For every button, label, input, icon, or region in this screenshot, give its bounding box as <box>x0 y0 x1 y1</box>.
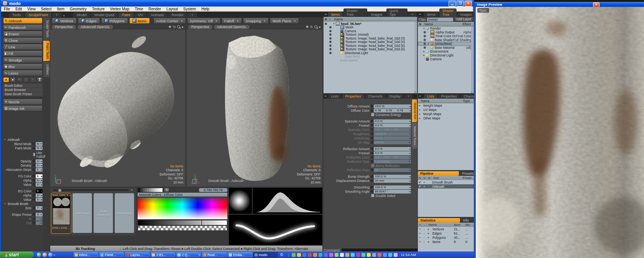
color-value-field[interactable]: 0.780.780.78 <box>199 188 227 192</box>
menu-item[interactable]: Help <box>199 7 212 12</box>
envelope-button[interactable] <box>371 160 373 163</box>
expander-arrow[interactable]: ▸ <box>418 108 422 111</box>
paint-tool-button[interactable]: ╱ Line <box>3 44 43 50</box>
envelope-button[interactable] <box>371 186 373 189</box>
property-field[interactable]: 100.0 % ◂▸ ▾ <box>36 198 43 202</box>
spinner-arrows[interactable]: ◂▸ <box>409 105 411 108</box>
envelope-button[interactable] <box>33 142 35 145</box>
expander-arrow[interactable]: ▸ <box>418 104 422 107</box>
viewport-mode-pill[interactable]: Advanced OpenGL <box>77 25 113 29</box>
pipeline-row[interactable]: ✔ • Airbrush <box>418 184 474 189</box>
system-tray-icon[interactable] <box>383 253 387 257</box>
envelope-button[interactable] <box>371 156 373 159</box>
taskbar-window-button[interactable]: J:\EL... <box>151 252 175 257</box>
image-clip-cell[interactable]: head_bake_fi ... 2048 x 2048, ... <box>51 193 71 233</box>
shader-row[interactable]: Camera <box>418 57 474 61</box>
toolbar-dropdown[interactable]: Falloff▼ <box>222 18 242 24</box>
panel-tab[interactable]: Images <box>457 12 475 17</box>
visibility-eye-icon[interactable] <box>422 38 427 42</box>
toolbar-dropdown[interactable]: Action Center▼ <box>153 18 186 24</box>
taskbar-window-button[interactable]: Emba... <box>228 252 252 257</box>
orbit-icon[interactable]: ↻ <box>173 25 176 29</box>
expander-arrow[interactable]: ▸ <box>426 236 431 239</box>
paint-tool-button[interactable]: ✎ Airbrush <box>3 18 43 24</box>
spinner-arrows[interactable]: ◂▸ <box>41 222 42 224</box>
property-field[interactable]: 100.0 % ◂▸ ▾ <box>36 179 43 182</box>
zoom-icon[interactable] <box>314 25 317 28</box>
property-field[interactable]: 100.0 % ◂▸ ▾ <box>36 194 43 197</box>
menu-item[interactable]: Time <box>132 7 146 12</box>
panel-tab[interactable]: Quick Tips <box>386 8 407 17</box>
property-field[interactable]: 100.0 % ◂▸ ▾ <box>36 159 43 163</box>
expander-arrow[interactable]: ▸ <box>426 240 431 243</box>
toolbar-dropdown[interactable]: Symmetry: Off▼ <box>187 18 220 24</box>
quick-launch-icon[interactable] <box>48 253 53 257</box>
brush-tip-button[interactable]: ✎ <box>16 77 23 83</box>
envelope-button[interactable] <box>371 137 373 139</box>
viewport-menu-arrow[interactable]: ▸ <box>182 25 184 29</box>
envelope-button[interactable] <box>371 105 373 108</box>
visibility-column-icon[interactable] <box>418 22 422 26</box>
image-clip-cell[interactable]: (load sequence) <box>94 193 113 233</box>
property-field[interactable]: 0.0 % ◂▸ ▾ <box>374 119 411 123</box>
spinner-arrows[interactable]: ◂▸ <box>41 217 42 220</box>
restore-button[interactable]: ❐ <box>457 1 464 7</box>
panel-tab[interactable]: Items <box>328 12 343 17</box>
start-button[interactable]: start <box>0 251 34 258</box>
spinner-arrows[interactable]: ◂▸ <box>409 190 411 193</box>
shader-row[interactable]: ▸ (defaultMat) <box>418 42 474 46</box>
visible-dot[interactable]: • <box>422 185 426 188</box>
property-field[interactable]: 0.0 % ◂▸ ▾ <box>374 124 411 127</box>
shader-row[interactable]: ▸ Environment <box>418 50 474 53</box>
item-row[interactable]: (new item) <box>324 55 417 59</box>
visibility-eye-icon[interactable] <box>328 51 332 55</box>
property-field[interactable]: 0.0 0.0 0.0 ◂▸ ▾ <box>36 189 43 193</box>
checkbox[interactable] <box>33 153 35 156</box>
envelope-button[interactable] <box>371 175 373 178</box>
envelope-button[interactable] <box>371 128 373 131</box>
system-tray-icon[interactable] <box>297 253 301 257</box>
select-plus-button[interactable]: + <box>418 227 422 231</box>
menu-item[interactable]: Edit <box>13 7 25 12</box>
layout-tab[interactable]: Sculpt/Paint <box>25 12 51 17</box>
spinner-arrows[interactable]: ◂▸ <box>409 186 411 189</box>
viewport-right[interactable]: PerspectiveAdvanced OpenGL ✚ ↻ ▸ <box>187 24 322 187</box>
spinner-arrows[interactable]: ◂▸ <box>409 109 411 112</box>
menu-item[interactable]: Select <box>38 7 54 12</box>
info-label[interactable]: Info <box>460 218 469 222</box>
spinner-arrows[interactable]: ◂▸ <box>409 124 411 127</box>
item-row[interactable]: (new scene) <box>324 58 417 62</box>
envelope-button[interactable] <box>371 109 373 112</box>
visibility-column-icon[interactable] <box>324 17 328 21</box>
select-plus-button[interactable]: + <box>418 240 422 244</box>
spinner-arrows[interactable]: ◂▸ <box>409 156 411 159</box>
minimize-button[interactable]: ▁ <box>449 1 456 7</box>
panel-collapse-arrow[interactable]: ◂▸ <box>419 94 421 98</box>
spinner-arrows[interactable]: ◂▸ <box>41 175 42 177</box>
menu-item[interactable]: Vertex Map <box>107 7 132 12</box>
envelope-button[interactable] <box>371 132 373 135</box>
menu-item[interactable]: System <box>181 7 199 12</box>
statistics-header[interactable]: Statistics Info <box>418 218 474 223</box>
panel-tab[interactable]: Items <box>424 12 439 17</box>
envelope-button[interactable] <box>33 168 35 171</box>
layout-tab[interactable]: UV <box>135 12 146 17</box>
viewport-mode-pill[interactable]: Advanced OpenGL <box>214 25 250 29</box>
visibility-eye-icon[interactable] <box>328 47 332 51</box>
envelope-button[interactable] <box>371 120 373 122</box>
selection-mode-button[interactable]: Edges <box>78 18 100 24</box>
envelope-button[interactable] <box>371 124 373 127</box>
value-gradient-bar[interactable] <box>138 220 227 225</box>
system-tray-icon[interactable] <box>324 253 328 257</box>
envelope-button[interactable] <box>371 141 373 144</box>
property-field[interactable]: 1.0 1.0 1.0 ◂▸ ▾ <box>374 128 411 132</box>
taskbar-window-button[interactable]: FileM... <box>99 252 124 257</box>
paint-tool-button[interactable]: ◉ Blur <box>3 63 43 69</box>
paint-tool-button[interactable]: ∿ Lasso <box>3 70 43 76</box>
envelope-button[interactable] <box>371 147 373 150</box>
property-field[interactable]: 1.0 1.0 1.0 ◂▸ ▾ <box>36 174 43 178</box>
system-tray-icon[interactable] <box>329 253 333 257</box>
panel-tab[interactable]: + <box>404 94 412 99</box>
visibility-eye-icon[interactable] <box>422 42 427 46</box>
close-button[interactable]: ✕ <box>465 1 472 7</box>
